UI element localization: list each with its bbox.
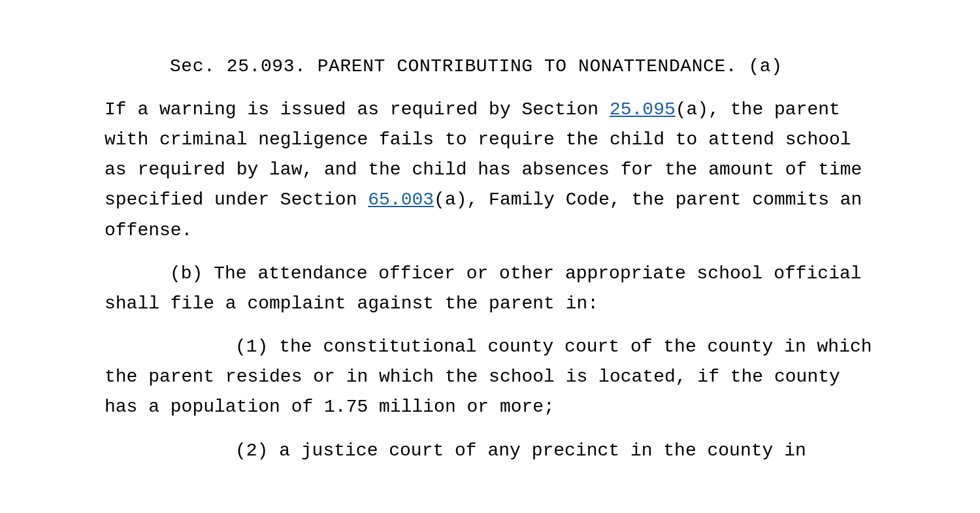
section-header-text: Sec. 25.093. PARENT CONTRIBUTING TO NONA… xyxy=(170,56,783,76)
paragraph-item-2: (2) a justice court of any precinct in t… xyxy=(105,436,875,466)
item-1-text: (1) the constitutional county court of t… xyxy=(105,337,872,417)
paragraph-a: If a warning is issued as required by Se… xyxy=(105,95,875,246)
link-65003[interactable]: 65.003 xyxy=(368,190,434,210)
link-25095[interactable]: 25.095 xyxy=(610,99,676,120)
item-2-text: (2) a justice court of any precinct in t… xyxy=(235,440,806,461)
paragraph-item-1: (1) the constitutional county court of t… xyxy=(105,332,875,423)
page-content: Sec. 25.093. PARENT CONTRIBUTING TO NONA… xyxy=(0,0,980,513)
paragraph-b-text: (b) The attendance officer or other appr… xyxy=(105,263,862,314)
paragraph-b: (b) The attendance officer or other appr… xyxy=(105,259,875,319)
paragraph-a-start: If a warning is issued as required by Se… xyxy=(105,99,610,120)
section-header: Sec. 25.093. PARENT CONTRIBUTING TO NONA… xyxy=(105,52,875,82)
